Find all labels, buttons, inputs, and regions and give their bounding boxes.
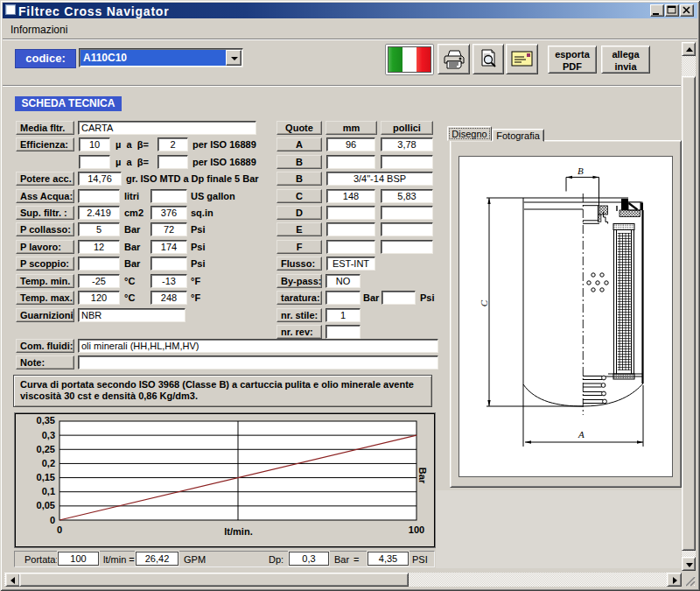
svg-text:B: B (578, 165, 584, 176)
svg-text:C: C (479, 299, 489, 306)
svg-text:A: A (578, 429, 584, 440)
